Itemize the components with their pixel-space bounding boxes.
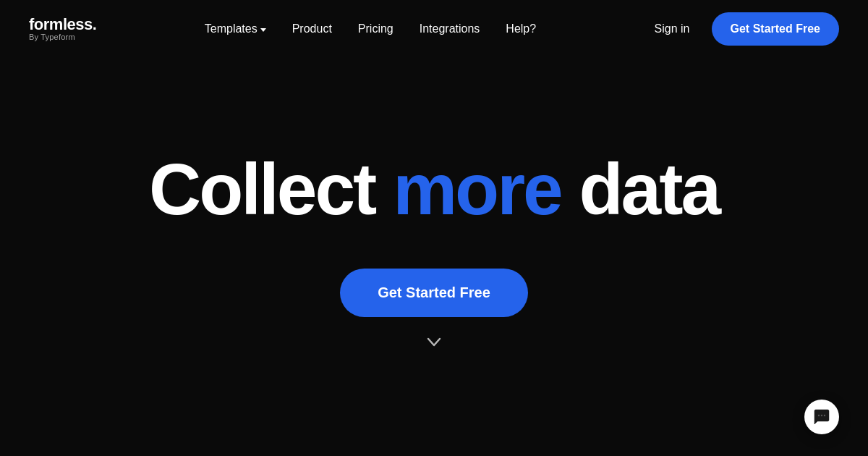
- nav-item-integrations[interactable]: Integrations: [409, 17, 490, 41]
- nav-item-pricing[interactable]: Pricing: [348, 17, 404, 41]
- chevron-down-icon: [427, 337, 441, 347]
- headline-part2: data: [561, 148, 719, 229]
- svg-point-2: [821, 415, 822, 416]
- nav-link-help[interactable]: Help?: [495, 17, 546, 41]
- get-started-hero-button[interactable]: Get Started Free: [340, 269, 528, 317]
- headline-part1: Collect: [149, 148, 393, 229]
- svg-point-3: [824, 415, 825, 416]
- svg-point-1: [818, 415, 820, 416]
- nav-links: Templates Product Pricing Integrations H…: [195, 17, 546, 41]
- logo-wordmark: formless.: [29, 17, 96, 33]
- logo-sub: By Typeform: [29, 33, 96, 41]
- nav-item-help[interactable]: Help?: [495, 17, 546, 41]
- nav-item-product[interactable]: Product: [282, 17, 342, 41]
- chat-icon: [813, 408, 830, 426]
- chevron-down-icon: [260, 28, 266, 32]
- get-started-nav-button[interactable]: Get Started Free: [712, 12, 839, 46]
- nav-link-templates[interactable]: Templates: [195, 17, 276, 41]
- logo[interactable]: formless. By Typeform: [29, 17, 96, 41]
- nav-link-product[interactable]: Product: [282, 17, 342, 41]
- nav-right: Sign in Get Started Free: [644, 12, 839, 46]
- navbar: formless. By Typeform Templates Product …: [0, 0, 868, 58]
- nav-item-templates[interactable]: Templates: [195, 17, 276, 41]
- scroll-indicator: [427, 337, 441, 347]
- nav-link-integrations[interactable]: Integrations: [409, 17, 490, 41]
- chat-bubble-button[interactable]: [804, 400, 839, 434]
- sign-in-link[interactable]: Sign in: [644, 17, 700, 41]
- headline-highlight: more: [393, 148, 561, 229]
- hero-section: Collect more data Get Started Free: [0, 58, 868, 456]
- hero-headline: Collect more data: [149, 153, 719, 225]
- nav-link-pricing[interactable]: Pricing: [348, 17, 404, 41]
